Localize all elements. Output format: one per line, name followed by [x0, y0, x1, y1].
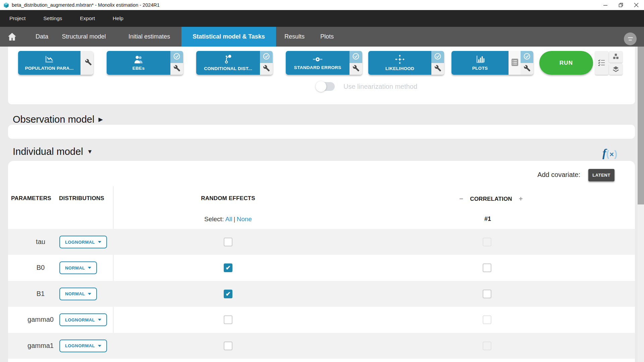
home-tab[interactable] [4, 27, 20, 47]
chevron-down-icon [98, 241, 101, 243]
correlation-checkbox-tau [483, 238, 491, 246]
menu-project[interactable]: Project [9, 15, 25, 21]
parameter-row-tau: tauLOGNORMAL [8, 229, 635, 255]
tab-statistical-model-tasks[interactable]: Statistical model & Tasks [181, 27, 276, 47]
distribution-dropdown-b1[interactable]: NORMAL [59, 288, 97, 300]
task-group-standard-errors: STANDARD ERRORS [286, 51, 362, 75]
menu-export[interactable]: Export [80, 15, 95, 21]
task-button-plots[interactable]: PLOTS [451, 51, 508, 75]
parameter-row-b0: B0NORMAL✔ [8, 255, 635, 281]
parameters-header: PARAMETERS [11, 195, 51, 202]
task-label: EBEs [132, 66, 145, 71]
random-effect-checkbox-gamma1[interactable] [224, 342, 232, 350]
task-button-ebes[interactable]: EBEs [107, 51, 170, 75]
latent-button[interactable]: LATENT [588, 169, 614, 181]
tab-structural-model[interactable]: Structural model [57, 27, 111, 47]
check-badge-icon [263, 53, 270, 61]
vertical-scrollbar [638, 47, 644, 362]
tab-plots[interactable]: Plots [315, 27, 339, 47]
checklist-icon [598, 59, 606, 67]
distribution-label: LOGNORMAL [65, 317, 95, 322]
task-group-conditional-dist: CONDITIONAL DIST... [196, 51, 273, 75]
task-button-likelihood[interactable]: LIKELIHOOD [368, 51, 431, 75]
random-effects-select-row: Select: All|None [181, 216, 275, 223]
individual-model-card: Add covariate: LATENT PARAMETERS DISTRIB… [8, 161, 635, 362]
linearization-toggle[interactable] [317, 82, 335, 91]
observation-model-heading[interactable]: Observation model ▶ [13, 114, 103, 125]
select-none-link[interactable]: None [236, 216, 252, 223]
run-button[interactable]: RUN [539, 51, 593, 75]
restore-button[interactable] [613, 0, 629, 10]
correlation-header: − CORRELATION + [444, 195, 538, 203]
tasks-panel: RUN Use line [8, 47, 635, 104]
task-settings-button[interactable] [350, 63, 362, 75]
correlation-checkbox-b0[interactable] [483, 263, 491, 272]
task-selected-badge [350, 51, 362, 63]
minimize-button[interactable] [598, 0, 613, 10]
distribution-label: NORMAL [65, 265, 85, 270]
remove-correlation-button[interactable]: − [459, 195, 463, 203]
plots-list-button[interactable] [508, 51, 521, 75]
linearization-label: Use linearization method [343, 83, 417, 90]
task-settings-button[interactable] [260, 63, 273, 75]
chevron-down-icon [88, 267, 91, 269]
correlation-checkbox-gamma1 [483, 342, 491, 350]
distribution-label: NORMAL [65, 291, 85, 296]
layers-icon [612, 65, 620, 73]
individual-model-heading[interactable]: Individual model ▼ [13, 146, 93, 157]
task-button-conditional-dist[interactable]: CONDITIONAL DIST... [196, 51, 260, 75]
distributions-header: DISTRIBUTIONS [59, 195, 104, 202]
correlation-checkbox-b1[interactable] [483, 290, 491, 298]
standard-errors-icon [312, 56, 323, 63]
wrench-icon [85, 59, 92, 67]
assembly-button[interactable] [609, 51, 623, 63]
layers-button[interactable] [609, 63, 623, 75]
home-icon [7, 32, 17, 42]
task-button-population-para[interactable]: POPULATION PARA... [18, 51, 80, 75]
chevron-down-icon [98, 345, 101, 347]
task-group-likelihood: LIKELIHOOD [368, 51, 444, 75]
task-settings-button[interactable] [80, 51, 93, 75]
tab-results[interactable]: Results [281, 27, 308, 47]
task-settings-button[interactable] [431, 63, 444, 75]
distribution-label: LOGNORMAL [65, 240, 95, 245]
nav-bar: DataStructural modelInitial estimatesSta… [0, 27, 644, 47]
random-effect-checkbox-gamma0[interactable] [224, 315, 232, 324]
task-group-plots: PLOTS [451, 51, 533, 75]
parameter-table: tauLOGNORMALB0NORMAL✔B1NORMAL✔gamma0LOGN… [8, 229, 635, 359]
add-correlation-button[interactable]: + [519, 195, 523, 203]
task-label: STANDARD ERRORS [294, 65, 341, 70]
task-settings-button[interactable] [521, 63, 533, 75]
scrollbar-thumb[interactable] [638, 47, 644, 204]
distribution-dropdown-tau[interactable]: LOGNORMAL [59, 236, 107, 248]
random-effects-header: RANDOM EFFECTS [181, 195, 275, 202]
random-effect-checkbox-b0[interactable]: ✔ [224, 263, 232, 272]
task-label: POPULATION PARA... [25, 66, 73, 71]
task-group-population-para: POPULATION PARA... [18, 51, 93, 75]
task-label: PLOTS [472, 66, 488, 71]
window-title: beta_distribution_augmented.mlxtran* - M… [12, 2, 160, 8]
feedback-chat-button[interactable] [624, 33, 637, 45]
toggle-knob [316, 81, 326, 92]
random-effect-checkbox-b1[interactable]: ✔ [224, 290, 232, 298]
distribution-dropdown-b0[interactable]: NORMAL [59, 261, 97, 274]
select-all-link[interactable]: All [225, 216, 232, 223]
tab-initial-estimates[interactable]: Initial estimates [122, 27, 176, 47]
task-checklist-button[interactable] [595, 51, 608, 75]
tab-data[interactable]: Data [30, 27, 54, 47]
wrench-icon [353, 65, 360, 73]
distribution-dropdown-gamma1[interactable]: LOGNORMAL [59, 340, 107, 352]
menu-settings[interactable]: Settings [43, 15, 62, 21]
close-button[interactable] [629, 0, 644, 10]
chat-lines-icon [628, 37, 633, 38]
task-button-standard-errors[interactable]: STANDARD ERRORS [286, 51, 350, 75]
check-badge-icon [434, 53, 441, 61]
distribution-dropdown-gamma0[interactable]: LOGNORMAL [59, 313, 107, 326]
task-settings-button[interactable] [170, 63, 183, 75]
observation-model-card [8, 125, 635, 139]
add-covariate-label: Add covariate: [537, 171, 580, 179]
random-effect-checkbox-tau[interactable] [224, 238, 232, 246]
task-selected-badge [521, 51, 533, 63]
formula-fx-button[interactable]: f(×) [602, 147, 617, 160]
menu-help[interactable]: Help [113, 15, 123, 21]
